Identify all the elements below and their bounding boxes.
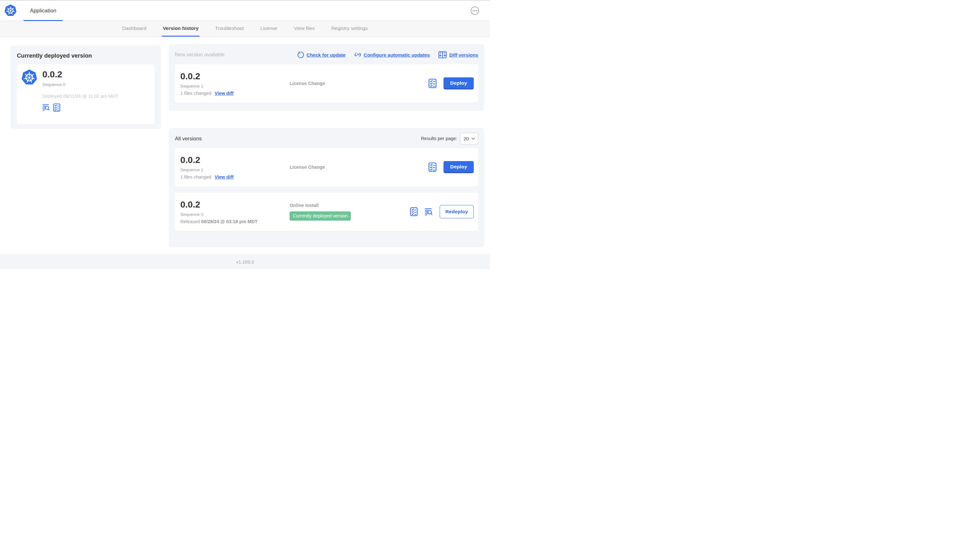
new-version-panel: New version available Check for update C… [169,44,484,111]
more-options-icon[interactable] [471,6,479,15]
all-versions-title: All versions [175,136,202,142]
deployed-sequence: Sequence 0 [42,82,118,87]
refresh-icon [297,51,304,58]
deployed-version-number: 0.0.2 [42,69,118,80]
auto-update-icon [354,51,361,58]
tab-dashboard[interactable]: Dashboard [121,21,148,37]
currently-deployed-panel: Currently deployed version 0.0.2 Sequenc… [11,46,161,129]
check-for-update-label: Check for update [307,52,346,58]
files-changed-text: 1 files changed [180,175,212,179]
redeploy-button[interactable]: Redeploy [440,205,474,218]
all-versions-panel: All versions Results per page: 20 0.0.2 … [169,128,484,248]
files-changed-text: 1 files changed [180,91,212,96]
app-tab-label: Application [30,8,56,14]
app-footer: v1.109.3 [0,254,490,269]
view-diff-link[interactable]: View diff [215,175,234,179]
chevron-down-icon [471,138,475,140]
preflight-checks-icon[interactable] [428,79,436,88]
view-diff-link[interactable]: View diff [215,91,234,96]
preflight-checks-icon[interactable] [410,207,418,216]
row-version-number: 0.0.2 [180,199,290,210]
results-per-page-select[interactable]: 20 [460,133,478,144]
app-header: Application [0,1,490,21]
version-row-sequence-1: 0.0.2 Sequence 1 1 files changed View di… [175,148,478,186]
check-for-update-link[interactable]: Check for update [297,51,346,58]
active-tab-underline [24,20,63,21]
preflight-checks-icon[interactable] [53,103,60,112]
configure-automatic-updates-label: Configure automatic updates [364,52,430,58]
deploy-button[interactable]: Deploy [444,161,474,173]
tab-troubleshoot[interactable]: Troubleshoot [214,21,245,37]
row-sequence: Sequence 0 [180,212,290,217]
row-version-number: 0.0.2 [180,155,290,165]
released-timestamp: 08/29/24 @ 03:18 pm MDT [201,219,258,224]
new-version-row: 0.0.2 Sequence 1 1 files changed View di… [175,64,478,103]
version-source: Online Install [290,203,318,208]
version-row-sequence-0: 0.0.2 Sequence 0 Released 08/29/24 @ 03:… [175,193,478,231]
diff-icon [438,51,447,58]
app-logo-icon [21,69,38,86]
new-version-title: New version available [175,52,224,58]
diff-versions-link[interactable]: Diff versions [438,51,478,58]
tab-view-files[interactable]: View files [293,21,316,37]
row-sequence: Sequence 1 [180,84,290,89]
kubernetes-logo-icon [4,4,17,17]
row-sequence: Sequence 1 [180,167,290,172]
console-version: v1.109.3 [236,259,254,265]
results-per-page-value: 20 [463,136,469,141]
currently-deployed-badge: Currently deployed version [290,211,351,221]
tab-license[interactable]: License [259,21,278,37]
view-logs-icon[interactable] [425,208,433,216]
currently-deployed-title: Currently deployed version [17,52,154,59]
kots-admin-console: Application Dashboard Version history Tr… [0,0,490,269]
tab-version-history[interactable]: Version history [162,21,199,37]
page-tabs: Dashboard Version history Troubleshoot L… [0,21,490,37]
app-tab-application[interactable]: Application [24,1,63,21]
configure-automatic-updates-link[interactable]: Configure automatic updates [354,51,430,58]
deployed-version-card: 0.0.2 Sequence 0 Deployed 09/11/24 @ 11:… [17,64,154,124]
diff-versions-label: Diff versions [449,52,478,58]
row-version-number: 0.0.2 [180,71,290,82]
version-source: License Change [290,81,325,86]
version-source: License Change [290,165,325,170]
deployed-timestamp: Deployed 09/11/24 @ 11:02 am MDT [42,94,118,99]
results-per-page-label: Results per page: [421,136,457,141]
main-content: Currently deployed version 0.0.2 Sequenc… [0,37,490,254]
released-prefix: Released [180,219,201,224]
preflight-checks-icon[interactable] [428,162,436,172]
tab-registry-settings[interactable]: Registry settings [330,21,369,37]
view-logs-icon[interactable] [42,104,50,111]
deploy-button[interactable]: Deploy [444,77,474,89]
